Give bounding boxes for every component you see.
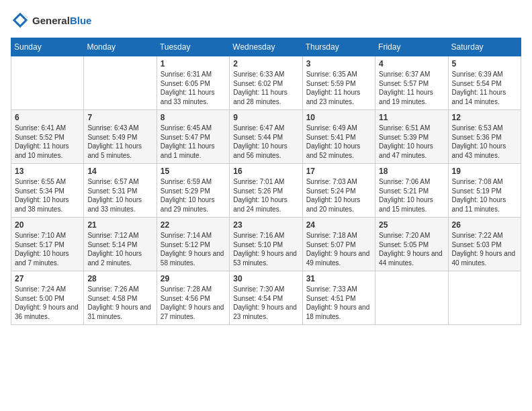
- day-info: Sunrise: 6:59 AM Sunset: 5:29 PM Dayligh…: [161, 177, 226, 214]
- day-info: Sunrise: 7:16 AM Sunset: 5:10 PM Dayligh…: [233, 231, 298, 267]
- day-header-tuesday: Tuesday: [157, 38, 229, 56]
- calendar-cell: 10Sunrise: 6:49 AM Sunset: 5:41 PM Dayli…: [302, 110, 375, 164]
- day-info: Sunrise: 7:14 AM Sunset: 5:12 PM Dayligh…: [161, 231, 226, 267]
- day-number: 25: [379, 220, 444, 230]
- calendar-cell: 29Sunrise: 7:28 AM Sunset: 4:56 PM Dayli…: [157, 271, 229, 325]
- day-number: 19: [452, 167, 517, 176]
- day-number: 31: [306, 274, 371, 283]
- day-number: 24: [306, 220, 371, 230]
- day-number: 18: [379, 167, 444, 176]
- calendar-cell: 7Sunrise: 6:43 AM Sunset: 5:49 PM Daylig…: [84, 110, 157, 164]
- calendar-cell: 12Sunrise: 6:53 AM Sunset: 5:36 PM Dayli…: [448, 110, 521, 164]
- calendar-cell: 31Sunrise: 7:33 AM Sunset: 4:51 PM Dayli…: [302, 271, 375, 325]
- day-number: 15: [161, 167, 226, 176]
- calendar-cell: 23Sunrise: 7:16 AM Sunset: 5:10 PM Dayli…: [230, 218, 302, 271]
- day-info: Sunrise: 7:33 AM Sunset: 4:51 PM Dayligh…: [306, 285, 371, 321]
- calendar-cell: 4Sunrise: 6:37 AM Sunset: 5:57 PM Daylig…: [375, 56, 448, 110]
- day-number: 8: [161, 113, 226, 122]
- calendar-table: SundayMondayTuesdayWednesdayThursdayFrid…: [11, 38, 521, 325]
- day-header-thursday: Thursday: [302, 38, 375, 56]
- day-number: 14: [87, 167, 152, 176]
- day-number: 6: [15, 113, 80, 122]
- calendar-cell: [448, 271, 521, 325]
- calendar-cell: 25Sunrise: 7:20 AM Sunset: 5:05 PM Dayli…: [375, 218, 448, 271]
- day-info: Sunrise: 7:03 AM Sunset: 5:24 PM Dayligh…: [306, 177, 371, 214]
- calendar-cell: 21Sunrise: 7:12 AM Sunset: 5:14 PM Dayli…: [84, 218, 157, 271]
- day-number: 26: [452, 220, 517, 230]
- day-info: Sunrise: 6:57 AM Sunset: 5:31 PM Dayligh…: [87, 177, 152, 214]
- day-number: 20: [15, 220, 80, 230]
- calendar-cell: 26Sunrise: 7:22 AM Sunset: 5:03 PM Dayli…: [448, 218, 521, 271]
- day-info: Sunrise: 6:53 AM Sunset: 5:36 PM Dayligh…: [452, 124, 517, 160]
- logo-icon: [11, 11, 30, 30]
- calendar-cell: 1Sunrise: 6:31 AM Sunset: 6:05 PM Daylig…: [157, 56, 229, 110]
- calendar-cell: 24Sunrise: 7:18 AM Sunset: 5:07 PM Dayli…: [302, 218, 375, 271]
- day-info: Sunrise: 7:30 AM Sunset: 4:54 PM Dayligh…: [233, 285, 298, 321]
- day-number: 1: [161, 59, 226, 68]
- day-info: Sunrise: 6:35 AM Sunset: 5:59 PM Dayligh…: [306, 70, 371, 106]
- day-header-wednesday: Wednesday: [230, 38, 302, 56]
- day-info: Sunrise: 7:26 AM Sunset: 4:58 PM Dayligh…: [87, 285, 152, 321]
- day-header-saturday: Saturday: [448, 38, 521, 56]
- day-info: Sunrise: 6:37 AM Sunset: 5:57 PM Dayligh…: [379, 70, 444, 106]
- calendar-cell: 17Sunrise: 7:03 AM Sunset: 5:24 PM Dayli…: [302, 164, 375, 218]
- day-number: 7: [87, 113, 152, 122]
- calendar-cell: [84, 56, 157, 110]
- day-number: 27: [15, 274, 80, 283]
- day-number: 3: [306, 59, 371, 68]
- day-info: Sunrise: 6:47 AM Sunset: 5:44 PM Dayligh…: [233, 124, 298, 160]
- day-number: 29: [161, 274, 226, 283]
- calendar-cell: 27Sunrise: 7:24 AM Sunset: 5:00 PM Dayli…: [11, 271, 84, 325]
- day-header-sunday: Sunday: [11, 38, 84, 56]
- day-number: 4: [379, 59, 444, 68]
- week-row-2: 6Sunrise: 6:41 AM Sunset: 5:52 PM Daylig…: [11, 110, 521, 164]
- logo-text: GeneralBlue: [32, 15, 91, 26]
- day-number: 21: [87, 220, 152, 230]
- day-info: Sunrise: 6:39 AM Sunset: 5:54 PM Dayligh…: [452, 70, 517, 106]
- day-info: Sunrise: 7:20 AM Sunset: 5:05 PM Dayligh…: [379, 231, 444, 267]
- day-number: 22: [161, 220, 226, 230]
- calendar-header-row: SundayMondayTuesdayWednesdayThursdayFrid…: [11, 38, 521, 56]
- calendar-cell: 3Sunrise: 6:35 AM Sunset: 5:59 PM Daylig…: [302, 56, 375, 110]
- day-info: Sunrise: 7:12 AM Sunset: 5:14 PM Dayligh…: [87, 231, 152, 267]
- day-number: 2: [233, 59, 298, 68]
- calendar-cell: 30Sunrise: 7:30 AM Sunset: 4:54 PM Dayli…: [230, 271, 302, 325]
- day-info: Sunrise: 7:24 AM Sunset: 5:00 PM Dayligh…: [15, 285, 80, 321]
- day-info: Sunrise: 6:43 AM Sunset: 5:49 PM Dayligh…: [87, 124, 152, 160]
- day-info: Sunrise: 6:31 AM Sunset: 6:05 PM Dayligh…: [161, 70, 226, 106]
- calendar-cell: 13Sunrise: 6:55 AM Sunset: 5:34 PM Dayli…: [11, 164, 84, 218]
- calendar-cell: 6Sunrise: 6:41 AM Sunset: 5:52 PM Daylig…: [11, 110, 84, 164]
- week-row-1: 1Sunrise: 6:31 AM Sunset: 6:05 PM Daylig…: [11, 56, 521, 110]
- calendar-cell: [11, 56, 84, 110]
- calendar-cell: 16Sunrise: 7:01 AM Sunset: 5:26 PM Dayli…: [230, 164, 302, 218]
- calendar-cell: 22Sunrise: 7:14 AM Sunset: 5:12 PM Dayli…: [157, 218, 229, 271]
- day-info: Sunrise: 7:01 AM Sunset: 5:26 PM Dayligh…: [233, 177, 298, 214]
- day-info: Sunrise: 7:28 AM Sunset: 4:56 PM Dayligh…: [161, 285, 226, 321]
- day-number: 28: [87, 274, 152, 283]
- day-info: Sunrise: 7:10 AM Sunset: 5:17 PM Dayligh…: [15, 231, 80, 267]
- logo: GeneralBlue: [11, 11, 91, 30]
- calendar-cell: 2Sunrise: 6:33 AM Sunset: 6:02 PM Daylig…: [230, 56, 302, 110]
- page-header: GeneralBlue: [11, 11, 521, 30]
- day-number: 11: [379, 113, 444, 122]
- day-info: Sunrise: 7:22 AM Sunset: 5:03 PM Dayligh…: [452, 231, 517, 267]
- week-row-4: 20Sunrise: 7:10 AM Sunset: 5:17 PM Dayli…: [11, 218, 521, 271]
- day-number: 9: [233, 113, 298, 122]
- calendar-cell: 5Sunrise: 6:39 AM Sunset: 5:54 PM Daylig…: [448, 56, 521, 110]
- calendar-cell: 19Sunrise: 7:08 AM Sunset: 5:19 PM Dayli…: [448, 164, 521, 218]
- day-info: Sunrise: 6:33 AM Sunset: 6:02 PM Dayligh…: [233, 70, 298, 106]
- day-info: Sunrise: 7:06 AM Sunset: 5:21 PM Dayligh…: [379, 177, 444, 214]
- calendar-cell: 9Sunrise: 6:47 AM Sunset: 5:44 PM Daylig…: [230, 110, 302, 164]
- calendar-cell: 28Sunrise: 7:26 AM Sunset: 4:58 PM Dayli…: [84, 271, 157, 325]
- calendar-cell: 8Sunrise: 6:45 AM Sunset: 5:47 PM Daylig…: [157, 110, 229, 164]
- week-row-3: 13Sunrise: 6:55 AM Sunset: 5:34 PM Dayli…: [11, 164, 521, 218]
- calendar-cell: 20Sunrise: 7:10 AM Sunset: 5:17 PM Dayli…: [11, 218, 84, 271]
- day-number: 17: [306, 167, 371, 176]
- day-number: 16: [233, 167, 298, 176]
- day-info: Sunrise: 6:49 AM Sunset: 5:41 PM Dayligh…: [306, 124, 371, 160]
- day-info: Sunrise: 6:51 AM Sunset: 5:39 PM Dayligh…: [379, 124, 444, 160]
- day-header-friday: Friday: [375, 38, 448, 56]
- calendar-cell: 15Sunrise: 6:59 AM Sunset: 5:29 PM Dayli…: [157, 164, 229, 218]
- week-row-5: 27Sunrise: 7:24 AM Sunset: 5:00 PM Dayli…: [11, 271, 521, 325]
- calendar-cell: 14Sunrise: 6:57 AM Sunset: 5:31 PM Dayli…: [84, 164, 157, 218]
